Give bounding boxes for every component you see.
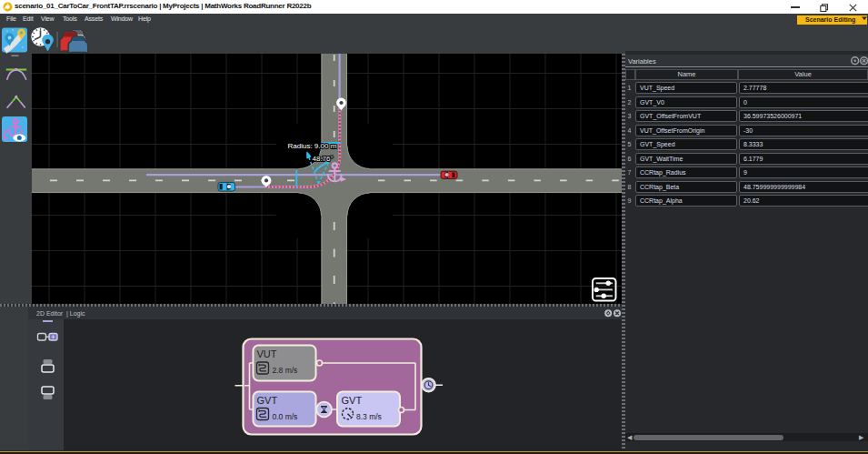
svg-text:GVT: GVT	[342, 395, 363, 406]
svg-text:0.0 m/s: 0.0 m/s	[273, 412, 298, 421]
svg-text:2.8 m/s: 2.8 m/s	[273, 366, 298, 375]
svg-text:Radius: 9.00 m: Radius: 9.00 m	[288, 142, 337, 150]
svg-text:GVT: GVT	[257, 395, 278, 406]
svg-text:8.3 m/s: 8.3 m/s	[356, 412, 382, 421]
svg-text:48.76°: 48.76°	[313, 155, 334, 163]
svg-text:VUT: VUT	[257, 348, 277, 359]
